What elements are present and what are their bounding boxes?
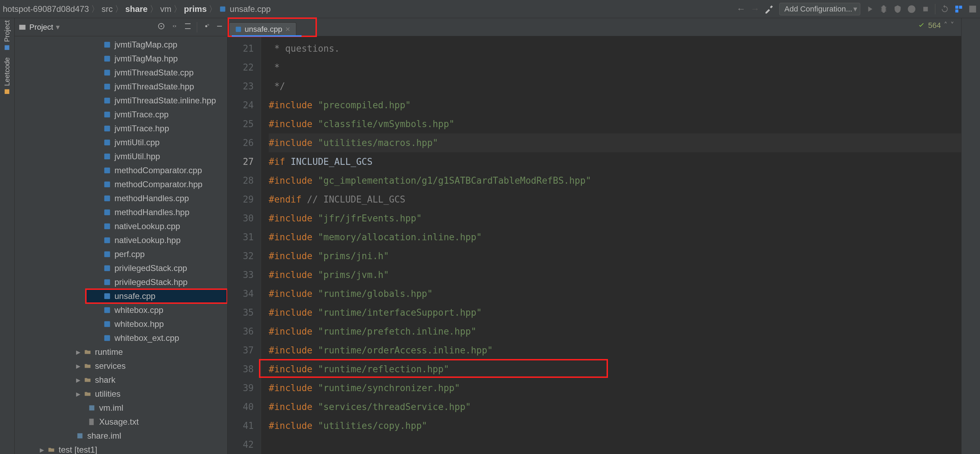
- breadcrumb-segment[interactable]: vm: [160, 4, 171, 14]
- tree-file[interactable]: methodHandles.cpp: [15, 191, 227, 205]
- run-icon[interactable]: [865, 5, 874, 14]
- settings-icon[interactable]: [968, 5, 977, 14]
- tree-file[interactable]: jvmtiUtil.cpp: [15, 135, 227, 150]
- line-number[interactable]: 33: [228, 265, 254, 284]
- tree-folder[interactable]: ▶shark: [15, 373, 227, 387]
- code-line[interactable]: #include "prims/jvm.h": [269, 265, 961, 284]
- tree-folder[interactable]: ▶utilities: [15, 387, 227, 401]
- code-line[interactable]: #include "runtime/globals.hpp": [269, 284, 961, 303]
- line-number[interactable]: 23: [228, 77, 254, 96]
- line-number[interactable]: 22: [228, 58, 254, 77]
- expand-all-icon[interactable]: [170, 22, 179, 30]
- line-number[interactable]: 39: [228, 379, 254, 397]
- minimize-panel-icon[interactable]: [215, 22, 224, 30]
- code-view[interactable]: * questions. * */#include "precompiled.h…: [261, 36, 961, 454]
- code-line[interactable]: #include "runtime/prefetch.inline.hpp": [269, 322, 961, 341]
- project-tree[interactable]: jvmtiTagMap.cppjvmtiTagMap.hppjvmtiThrea…: [15, 36, 227, 454]
- run-config-select[interactable]: Add Configuration...: [780, 3, 860, 15]
- editor-status-bar[interactable]: 564 ˄ ˅: [918, 21, 954, 30]
- breadcrumb-segment[interactable]: prims: [184, 4, 207, 14]
- line-number[interactable]: 32: [228, 247, 254, 265]
- tree-file[interactable]: jvmtiTrace.cpp: [15, 108, 227, 121]
- rail-tab-leetcode[interactable]: Leetcode: [3, 57, 11, 95]
- code-line[interactable]: #include "utilities/copy.hpp": [269, 416, 961, 435]
- code-line[interactable]: #include "precompiled.hpp": [269, 96, 961, 115]
- line-number[interactable]: 35: [228, 303, 254, 322]
- code-line[interactable]: #include "utilities/macros.hpp": [269, 134, 961, 152]
- line-number[interactable]: 30: [228, 209, 254, 228]
- tree-file[interactable]: whitebox.cpp: [15, 303, 227, 317]
- tree-folder[interactable]: ▶runtime: [15, 345, 227, 359]
- locate-icon[interactable]: [157, 22, 165, 30]
- code-line[interactable]: #include "runtime/synchronizer.hpp": [269, 379, 961, 397]
- rail-tab-project[interactable]: Project: [3, 20, 11, 51]
- line-number[interactable]: 31: [228, 228, 254, 247]
- tree-file[interactable]: unsafe.cpp: [86, 289, 227, 303]
- line-number[interactable]: 29: [228, 190, 254, 209]
- code-line[interactable]: #include "memory/allocation.inline.hpp": [269, 228, 961, 247]
- debug-icon[interactable]: [879, 5, 888, 14]
- line-number[interactable]: 25: [228, 115, 254, 134]
- tree-file[interactable]: methodComparator.hpp: [15, 177, 227, 191]
- code-line[interactable]: *: [269, 58, 961, 77]
- stop-icon[interactable]: [921, 5, 930, 14]
- tree-file[interactable]: vm.iml: [15, 401, 227, 415]
- line-number[interactable]: 28: [228, 171, 254, 190]
- breadcrumb-segment[interactable]: hotspot-69087d08d473: [3, 4, 89, 14]
- line-number[interactable]: 41: [228, 416, 254, 435]
- collapse-all-icon[interactable]: [184, 22, 192, 30]
- code-line[interactable]: #endif // INCLUDE_ALL_GCS: [269, 190, 961, 209]
- tree-file[interactable]: methodHandles.hpp: [15, 205, 227, 219]
- tree-file[interactable]: jvmtiUtil.hpp: [15, 150, 227, 163]
- line-number[interactable]: 40: [228, 397, 254, 416]
- line-number[interactable]: 24: [228, 96, 254, 115]
- tree-file[interactable]: perf.cpp: [15, 247, 227, 261]
- tree-file[interactable]: jvmtiTrace.hpp: [15, 121, 227, 135]
- tree-file[interactable]: jvmtiTagMap.cpp: [15, 38, 227, 52]
- breadcrumb-segment[interactable]: unsafe.cpp: [230, 4, 270, 14]
- line-number[interactable]: 36: [228, 322, 254, 341]
- search-everywhere-icon[interactable]: [954, 5, 963, 14]
- tree-file[interactable]: share.iml: [15, 429, 227, 443]
- code-line[interactable]: */: [269, 77, 961, 96]
- nav-forward-icon[interactable]: →: [751, 3, 760, 14]
- tree-file[interactable]: jvmtiTagMap.hpp: [15, 52, 227, 66]
- tree-file[interactable]: whitebox_ext.cpp: [15, 331, 227, 345]
- code-line[interactable]: #include "runtime/orderAccess.inline.hpp…: [269, 341, 961, 360]
- line-number[interactable]: 26: [228, 134, 254, 152]
- nav-back-icon[interactable]: ←: [737, 3, 746, 14]
- editor-gutter[interactable]: 2122232425262728293031323334353637383940…: [228, 36, 261, 454]
- code-line[interactable]: #include "runtime/interfaceSupport.hpp": [269, 303, 961, 322]
- line-number[interactable]: 37: [228, 341, 254, 360]
- code-line[interactable]: #include "prims/jni.h": [269, 247, 961, 265]
- chevron-down-icon[interactable]: ˅: [950, 21, 954, 30]
- tree-file[interactable]: jvmtiThreadState.cpp: [15, 66, 227, 80]
- tree-file[interactable]: nativeLookup.cpp: [15, 219, 227, 233]
- line-number[interactable]: 34: [228, 284, 254, 303]
- breadcrumb[interactable]: hotspot-69087d08d473〉src〉share〉vm〉prims〉…: [3, 3, 271, 15]
- build-icon[interactable]: [765, 4, 775, 14]
- tree-file[interactable]: Xusage.txt: [15, 415, 227, 429]
- tree-file[interactable]: jvmtiThreadState.inline.hpp: [15, 94, 227, 108]
- code-line[interactable]: #include "jfr/jfrEvents.hpp": [269, 209, 961, 228]
- tree-file[interactable]: jvmtiThreadState.hpp: [15, 80, 227, 94]
- project-view-selector[interactable]: Project ▾: [18, 23, 60, 32]
- update-project-icon[interactable]: [940, 5, 949, 14]
- panel-settings-icon[interactable]: [202, 22, 210, 30]
- code-line[interactable]: #include "services/threadService.hpp": [269, 397, 961, 416]
- breadcrumb-segment[interactable]: src: [102, 4, 113, 14]
- code-line[interactable]: #include "gc_implementation/g1/g1SATBCar…: [269, 171, 961, 190]
- tree-file[interactable]: privilegedStack.cpp: [15, 261, 227, 275]
- profile-icon[interactable]: [907, 5, 916, 14]
- code-line[interactable]: #include "classfile/vmSymbols.hpp": [269, 115, 961, 134]
- tree-file[interactable]: privilegedStack.hpp: [15, 275, 227, 289]
- line-number[interactable]: 38: [228, 360, 254, 379]
- tree-file[interactable]: nativeLookup.hpp: [15, 233, 227, 247]
- code-line[interactable]: * questions.: [269, 39, 961, 58]
- tree-file[interactable]: methodComparator.cpp: [15, 163, 227, 177]
- tree-folder[interactable]: ▶services: [15, 359, 227, 373]
- code-line[interactable]: #include "runtime/reflection.hpp": [269, 360, 961, 379]
- breadcrumb-segment[interactable]: share: [125, 4, 148, 14]
- code-line[interactable]: #if INCLUDE_ALL_GCS: [269, 152, 961, 171]
- tree-file[interactable]: whitebox.hpp: [15, 317, 227, 331]
